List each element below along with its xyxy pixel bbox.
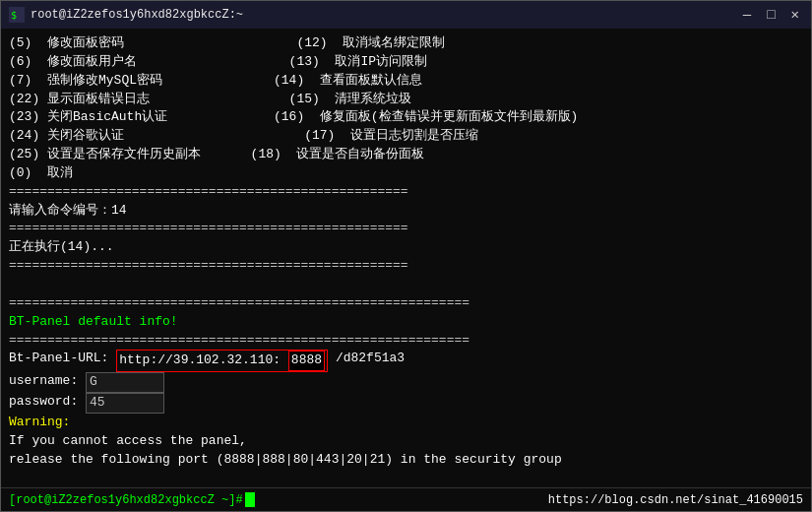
prompt-text: [root@iZ2zefos1y6hxd82xgbkccZ ~]# (9, 493, 243, 507)
url-line: Bt-Panel-URL: http://39.102.32.110: 8888… (9, 350, 803, 372)
password-value: 45 (86, 393, 164, 414)
divider-5: ========================================… (9, 332, 803, 351)
warning-label-line: Warning: (9, 414, 803, 432)
menu-line-4: (22) 显示面板错误日志 (15) 清理系统垃圾 (9, 91, 803, 109)
divider-3: ========================================… (9, 257, 803, 276)
bt-panel-default-line: BT-Panel default info! (9, 313, 803, 332)
username-line: username: G (9, 372, 803, 393)
username-value: G (86, 372, 164, 393)
terminal-content[interactable]: (5) 修改面板密码 (12) 取消域名绑定限制 (6) 修改面板用户名 (13… (1, 29, 811, 487)
warning-line-1: If you cannot access the panel, (9, 432, 803, 451)
titlebar: $ root@iZ2zefos1y6hxd82xgbkccZ:~ — □ ✕ (1, 1, 811, 29)
terminal-window: $ root@iZ2zefos1y6hxd82xgbkccZ:~ — □ ✕ (… (0, 0, 812, 512)
terminal-icon: $ (9, 7, 25, 23)
menu-line-7: (25) 设置是否保存文件历史副本 (18) 设置是否自动备份面板 (9, 146, 803, 164)
close-button[interactable]: ✕ (787, 8, 803, 22)
divider-1: ========================================… (9, 183, 803, 202)
blank-line-1 (9, 276, 803, 294)
menu-line-2: (6) 修改面板用户名 (13) 取消IP访问限制 (9, 53, 803, 72)
cursor-block (245, 492, 255, 507)
prompt-line: [root@iZ2zefos1y6hxd82xgbkccZ ~]# (9, 492, 255, 507)
divider-4: ========================================… (9, 294, 803, 313)
maximize-button[interactable]: □ (763, 8, 779, 22)
menu-line-3: (7) 强制修改MySQL密码 (14) 查看面板默认信息 (9, 72, 803, 91)
warning-line-2: release the following port (8888|888|80|… (9, 451, 803, 470)
menu-line-6: (24) 关闭谷歌认证 (17) 设置日志切割是否压缩 (9, 127, 803, 146)
svg-text:$: $ (11, 10, 17, 21)
minimize-button[interactable]: — (739, 8, 755, 22)
csdn-url: https://blog.csdn.net/sinat_41690015 (548, 493, 803, 507)
menu-line-8: (0) 取消 (9, 164, 803, 183)
window-title: root@iZ2zefos1y6hxd82xgbkccZ:~ (31, 8, 243, 22)
titlebar-left: $ root@iZ2zefos1y6hxd82xgbkccZ:~ (9, 7, 243, 23)
password-line: password: 45 (9, 393, 803, 414)
prompt-input-line: 请输入命令编号：14 (9, 202, 803, 221)
url-box: http://39.102.32.110: 8888 (116, 350, 328, 372)
divider-2: ========================================… (9, 220, 803, 238)
window-controls[interactable]: — □ ✕ (739, 8, 803, 22)
menu-line-5: (23) 关闭BasicAuth认证 (16) 修复面板(检查错误并更新面板文件… (9, 108, 803, 127)
executing-line: 正在执行(14)... (9, 238, 803, 257)
menu-line-1: (5) 修改面板密码 (12) 取消域名绑定限制 (9, 34, 803, 53)
port-box: 8888 (288, 351, 325, 371)
statusbar: [root@iZ2zefos1y6hxd82xgbkccZ ~]# https:… (1, 487, 811, 511)
